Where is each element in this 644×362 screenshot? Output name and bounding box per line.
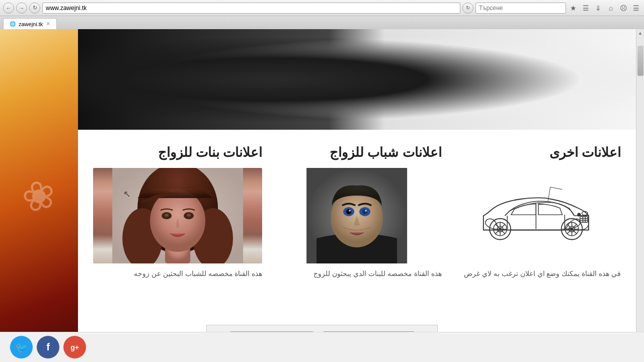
girls-section-desc: هذه القناة مخصصه للشباب البحثين عن زوجه: [93, 268, 262, 279]
girls-image[interactable]: [93, 168, 262, 263]
flower-icon: ❀: [17, 168, 61, 222]
car-svg: [460, 177, 612, 254]
tab-label: zawejni.tk: [19, 21, 43, 27]
browser-body: ❀ اعلانات بنات للزواج: [0, 29, 644, 362]
sections-row: اعلانات بنات للزواج: [78, 130, 636, 300]
girl-svg: [93, 168, 262, 263]
guys-section-title: اعلانات شباب للزواج: [272, 145, 441, 160]
star-icon[interactable]: ★: [568, 3, 578, 13]
svg-point-15: [346, 209, 351, 214]
gplus-icon: g+: [70, 343, 79, 351]
svg-point-16: [362, 209, 367, 214]
download-icon[interactable]: ⇓: [593, 3, 603, 13]
browser-chrome: ← → ↻ ↻ ★ ☰ ⇓ ⌂ ☹ ☰ 🌐 zawejni.tk ✕: [0, 0, 644, 29]
forward-button[interactable]: →: [16, 3, 27, 14]
sidebar-left: ❀: [0, 29, 78, 362]
twitter-icon: 🐦: [15, 341, 28, 353]
account-icon[interactable]: ☹: [618, 3, 628, 13]
bookmarks-icon[interactable]: ☰: [581, 3, 591, 13]
browser-toolbar: ← → ↻ ↻ ★ ☰ ⇓ ⌂ ☹ ☰: [0, 0, 644, 16]
girls-section-title: اعلانات بنات للزواج: [93, 145, 262, 160]
menu-icon[interactable]: ☰: [631, 3, 641, 13]
main-content[interactable]: اعلانات بنات للزواج: [78, 29, 636, 362]
girl-photo: [93, 168, 262, 263]
scrollbar-thumb[interactable]: [637, 46, 643, 76]
svg-point-18: [365, 210, 367, 212]
guys-section-desc: هذه القناة مخصصه للبنات الدي يبحثون للزو…: [272, 268, 441, 279]
guys-image[interactable]: [272, 168, 441, 263]
social-icons: 🐦 f g+: [10, 336, 86, 358]
guy-svg: [272, 168, 441, 263]
svg-point-9: [187, 214, 191, 217]
twitter-button[interactable]: 🐦: [10, 336, 33, 358]
svg-line-46: [550, 187, 562, 190]
svg-point-44: [578, 213, 581, 216]
svg-rect-20: [580, 217, 588, 222]
flowers-decoration: ❀: [0, 29, 78, 362]
reload-icon[interactable]: ↻: [462, 3, 473, 14]
back-button[interactable]: ←: [3, 3, 14, 14]
svg-point-8: [165, 214, 169, 217]
tab-favicon: 🌐: [10, 21, 16, 27]
other-section[interactable]: اعلانات اخرى: [452, 145, 621, 290]
couple-photo: [78, 29, 636, 130]
other-image[interactable]: [452, 168, 621, 263]
home-icon[interactable]: ⌂: [606, 3, 616, 13]
scrollbar[interactable]: ▲ ▼: [636, 29, 644, 362]
svg-point-17: [349, 210, 351, 212]
other-section-desc: في هذه القناة يمكنك وضع اي اعلان ترغب به…: [452, 268, 621, 279]
active-tab[interactable]: 🌐 zawejni.tk ✕: [3, 18, 57, 29]
gplus-button[interactable]: g+: [63, 336, 86, 358]
toolbar-icons: ★ ☰ ⇓ ⌂ ☹ ☰: [568, 3, 641, 13]
girls-section[interactable]: اعلانات بنات للزواج: [93, 145, 262, 290]
footer-bar: 🐦 f g+: [0, 332, 644, 362]
facebook-button[interactable]: f: [37, 336, 59, 358]
wedding-hero-image: [78, 29, 636, 130]
search-input[interactable]: [475, 3, 566, 14]
facebook-icon: f: [46, 341, 50, 353]
guys-section[interactable]: اعلانات شباب للزواج: [272, 145, 441, 290]
other-section-title: اعلانات اخرى: [452, 145, 621, 160]
refresh-button[interactable]: ↻: [29, 3, 40, 14]
tabs-bar: 🌐 zawejni.tk ✕: [0, 16, 644, 29]
address-bar[interactable]: [42, 3, 460, 14]
tab-close-icon[interactable]: ✕: [46, 21, 50, 27]
content-spacer: [78, 300, 636, 315]
car-photo: [452, 168, 621, 263]
